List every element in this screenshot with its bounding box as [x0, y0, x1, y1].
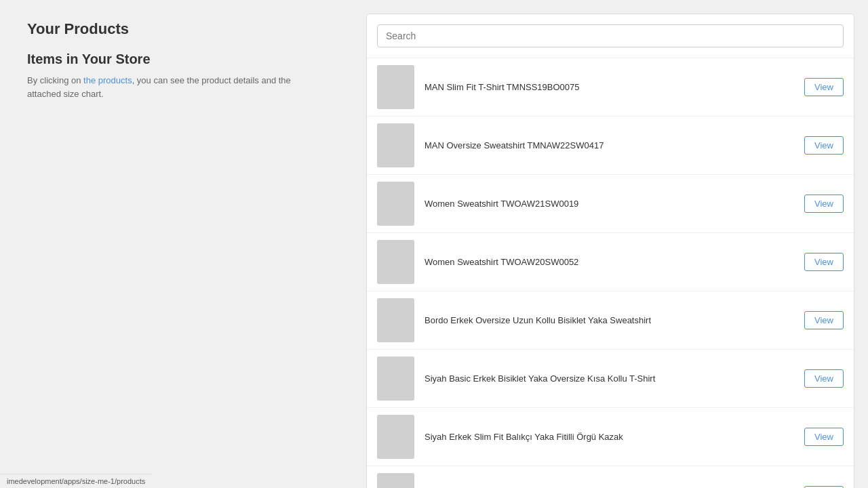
- product-item: Siyah Basic Erkek Bisiklet Yaka Oversize…: [182, 331, 851, 386]
- svg-point-9: [200, 301, 220, 323]
- svg-point-0: [204, 67, 216, 79]
- status-bar-text: imedevelopment/apps/size-me-1/products: [5, 479, 144, 487]
- the-products-link[interactable]: the products: [73, 73, 121, 83]
- svg-point-10: [204, 342, 216, 354]
- search-input[interactable]: [193, 22, 840, 45]
- main-content: MAN Slim Fit T-Shirt TMNSS19BO0075View M…: [182, 0, 868, 488]
- svg-point-14: [204, 451, 216, 464]
- product-item: MAN Slim Fit T-Shirt TMNSS19BO0075View: [182, 57, 851, 112]
- product-thumbnail: [193, 228, 227, 269]
- product-thumbnail: [193, 448, 227, 476]
- section-description: By clicking on the products, you can see…: [16, 72, 165, 112]
- svg-point-11: [200, 356, 220, 378]
- svg-point-8: [204, 287, 216, 299]
- product-name: MAN Slim Fit T-Shirt TMNSS19BO0075: [227, 78, 801, 90]
- product-item: Siyah Erkek Slim Fit Balıkçı Yaka Fitill…: [182, 386, 851, 441]
- product-name: Siyah Erkek Slim Fit Balıkçı Yaka Fitill…: [227, 407, 801, 420]
- view-button[interactable]: View: [801, 185, 840, 203]
- product-item: Women Sweatshirt TWOAW20SW0052View: [182, 222, 851, 277]
- svg-point-12: [204, 396, 216, 409]
- product-thumbnail: [193, 393, 227, 434]
- products-panel: MAN Slim Fit T-Shirt TMNSS19BO0075View M…: [182, 11, 852, 477]
- product-name: Women Sweatshirt TWOAW21SW0019: [227, 188, 801, 200]
- view-button[interactable]: View: [801, 460, 840, 477]
- svg-point-4: [204, 177, 216, 189]
- status-bar: imedevelopment/apps/size-me-1/products: [0, 476, 149, 488]
- svg-point-6: [204, 232, 216, 244]
- product-thumbnail: [193, 64, 227, 104]
- product-thumbnail: [193, 174, 227, 214]
- svg-point-7: [200, 246, 220, 268]
- product-name: Bordo Erkek Oversize Uzun Kollu Bisiklet…: [227, 298, 801, 310]
- view-button[interactable]: View: [801, 75, 840, 94]
- view-button[interactable]: View: [801, 130, 840, 148]
- svg-point-2: [204, 122, 216, 134]
- product-thumbnail: [193, 338, 227, 379]
- view-button[interactable]: View: [801, 295, 840, 313]
- section-title: Items in Your Store: [16, 51, 165, 65]
- svg-point-13: [200, 411, 220, 432]
- product-item: Bordo Erkek Oversize Uzun Kollu Bisiklet…: [182, 277, 851, 331]
- view-button[interactable]: View: [801, 405, 840, 423]
- product-thumbnail: [193, 283, 227, 324]
- svg-point-15: [200, 466, 220, 476]
- svg-point-5: [200, 191, 220, 213]
- product-item: MAN Oversize Sweatshirt TMNAW22SW0417Vie…: [182, 112, 851, 167]
- search-container: [182, 12, 851, 57]
- product-item: Women Sweatshirt TWOAW21SW0019View: [182, 167, 851, 222]
- page-title: Your Products: [16, 22, 165, 37]
- svg-point-3: [200, 136, 220, 158]
- product-item: Bordo Erkek Oduncu Regular GömlekView: [182, 441, 851, 476]
- product-name: Bordo Erkek Oduncu Regular Gömlek: [227, 462, 801, 474]
- product-name: Siyah Basic Erkek Bisiklet Yaka Oversize…: [227, 352, 801, 365]
- product-thumbnail: [193, 119, 227, 159]
- left-panel: Your Products Items in Your Store By cli…: [0, 0, 182, 488]
- product-name: Women Sweatshirt TWOAW20SW0052: [227, 243, 801, 255]
- product-name: MAN Oversize Sweatshirt TMNAW22SW0417: [227, 133, 801, 145]
- view-button[interactable]: View: [801, 350, 840, 368]
- svg-point-1: [200, 81, 220, 103]
- products-list: MAN Slim Fit T-Shirt TMNSS19BO0075View M…: [182, 57, 851, 476]
- view-button[interactable]: View: [801, 240, 840, 258]
